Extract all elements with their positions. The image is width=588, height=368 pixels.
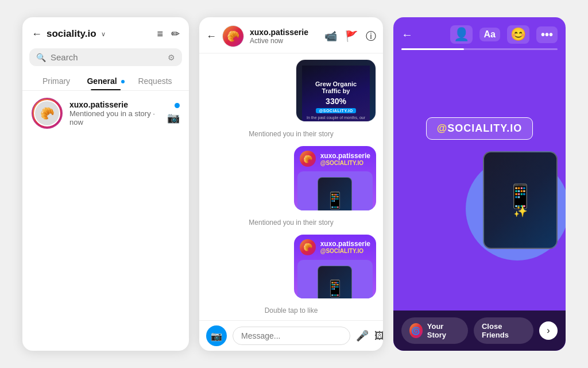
info-icon[interactable]: ⓘ (366, 29, 376, 43)
avatar-image: 🥐 (34, 100, 60, 126)
account-name[interactable]: sociality.io (47, 28, 96, 40)
header-action-icons: ≡ ✏ (157, 28, 180, 40)
inbox-tabs: Primary General Requests (22, 72, 189, 91)
tab-primary[interactable]: Primary (32, 72, 81, 90)
your-story-label: Your Story (427, 322, 460, 339)
tab-general[interactable]: General (81, 72, 130, 90)
mic-icon[interactable]: 🎤 (356, 329, 369, 342)
sender-name-3: xuxo.patisserie (320, 240, 370, 248)
story-header-icons: 👤 Aa 😊 ••• (450, 25, 558, 44)
mention-label-2: Mentioned you in their story (206, 218, 376, 227)
double-tap-hint: Double tap to like (206, 306, 376, 315)
message-input[interactable] (233, 327, 350, 345)
story-card-1: Grew OrganicTraffic by 330% @SOCIALITY.I… (296, 59, 376, 122)
search-bar[interactable]: 🔍 ⚙ (29, 48, 182, 66)
flag-icon[interactable]: 🚩 (345, 30, 358, 43)
unread-dot (121, 80, 125, 83)
conversation-meta: 📷 (167, 103, 180, 124)
video-call-icon[interactable]: 📹 (324, 30, 337, 43)
story-card-2-body: 📱 (297, 171, 373, 210)
search-input[interactable] (51, 52, 163, 62)
phone-visual-3: 📱 (318, 266, 352, 298)
mention-tag-2: @SOCIALITY.IO (320, 160, 370, 166)
phone-image: 📱 ✨ (483, 151, 558, 249)
message-input-bar: 📷 🎤 🖼 + (199, 320, 383, 351)
emoji-icon[interactable]: 😊 (507, 25, 529, 44)
story-content-1: Grew OrganicTraffic by 330% @SOCIALITY.I… (302, 66, 370, 122)
story-card-3-header: 🥐 xuxo.patisserie @SOCIALITY.IO (294, 235, 376, 260)
messages-list: Grew OrganicTraffic by 330% @SOCIALITY.I… (199, 53, 383, 320)
mention-tag-3: @SOCIALITY.IO (320, 248, 370, 254)
mention-label-1: Mentioned you in their story (206, 130, 376, 138)
story-content: @SOCIALITY.IO 📱 ✨ Social Media Newsin a … (393, 56, 566, 310)
text-icon[interactable]: Aa (479, 28, 500, 41)
search-icon: 🔍 (36, 53, 46, 62)
close-friends-button[interactable]: Close Friends (474, 317, 533, 344)
chat-header-info: xuxo.patisserie Active now (250, 28, 319, 45)
chat-panel: ← 🥐 xuxo.patisserie Active now 📹 🚩 ⓘ Gre… (199, 17, 383, 351)
gallery-icon[interactable]: 🖼 (374, 330, 383, 342)
story-back-icon[interactable]: ← (401, 28, 413, 41)
unread-indicator (175, 103, 180, 108)
story-title-1: Grew OrganicTraffic by (315, 80, 357, 94)
list-icon[interactable]: ≡ (157, 28, 163, 40)
story-card-2: 🥐 xuxo.patisserie @SOCIALITY.IO 📱 Add to… (294, 146, 376, 210)
camera-icon[interactable]: 📷 (167, 112, 180, 124)
sender-name: xuxo.patisserie (69, 100, 160, 109)
story-card-2-header: 🥐 xuxo.patisserie @SOCIALITY.IO (294, 146, 376, 171)
chat-username: xuxo.patisserie (250, 28, 319, 37)
your-story-button[interactable]: 🌀 Your Story (401, 317, 468, 344)
conversation-info: xuxo.patisserie Mentioned you in a story… (69, 100, 160, 126)
story-image-1: Grew OrganicTraffic by 330% @SOCIALITY.I… (296, 60, 376, 122)
more-options-icon[interactable]: ••• (536, 26, 558, 43)
dm-list-panel: ← sociality.io ∨ ≡ ✏ 🔍 ⚙ Primary General… (22, 17, 189, 351)
phone-area: 📱 ✨ (401, 151, 558, 249)
camera-button[interactable]: 📷 (206, 325, 227, 346)
sender-avatar-2: 🥐 (300, 151, 316, 167)
story-progress-fill (401, 48, 464, 50)
story-header: ← 👤 Aa 😊 ••• (393, 17, 566, 48)
story-card-3-body: 📱 (297, 260, 373, 298)
story-sub-1: In the past couple of months, our (302, 116, 370, 120)
story-percent: 330% (326, 97, 346, 106)
input-action-icons: 🎤 🖼 + (356, 328, 383, 343)
story-footer: 🌀 Your Story Close Friends › (393, 310, 566, 351)
story-view-panel: ← 👤 Aa 😊 ••• @SOCIALITY.IO 📱 ✨ Social Me… (393, 17, 566, 351)
phone-visual-2: 📱 (318, 177, 352, 210)
sociality-badge: @SOCIALITY.IO (426, 117, 533, 140)
chat-header-icons: 📹 🚩 ⓘ (324, 29, 376, 43)
conversation-item[interactable]: 🥐 xuxo.patisserie Mentioned you in a sto… (22, 91, 189, 136)
conversation-subtitle: Mentioned you in a story · now (69, 109, 160, 126)
edit-icon[interactable]: ✏ (171, 28, 180, 40)
active-status: Active now (250, 37, 319, 45)
dm-list-header: ← sociality.io ∨ ≡ ✏ (22, 17, 189, 46)
story-progress-bar (401, 48, 558, 50)
story-card-3: 🥐 xuxo.patisserie @SOCIALITY.IO 📱 Add to… (294, 235, 376, 298)
sender-name-2: xuxo.patisserie (320, 152, 370, 160)
profile-icon[interactable]: 👤 (450, 25, 473, 44)
filter-icon[interactable]: ⚙ (168, 53, 175, 62)
header-left: ← sociality.io ∨ (32, 28, 106, 40)
next-story-button[interactable]: › (539, 321, 558, 340)
story-tag-1: @SOCIALITY.IO (316, 108, 355, 113)
your-story-avatar: 🌀 (409, 323, 423, 338)
chat-avatar: 🥐 (222, 25, 244, 47)
back-icon[interactable]: ← (32, 28, 42, 40)
back-icon[interactable]: ← (206, 30, 216, 43)
chat-header: ← 🥐 xuxo.patisserie Active now 📹 🚩 ⓘ (199, 17, 383, 53)
avatar: 🥐 (32, 98, 63, 129)
tab-requests[interactable]: Requests (130, 72, 180, 90)
sender-avatar-3: 🥐 (300, 239, 316, 255)
chevron-down-icon[interactable]: ∨ (101, 30, 106, 38)
